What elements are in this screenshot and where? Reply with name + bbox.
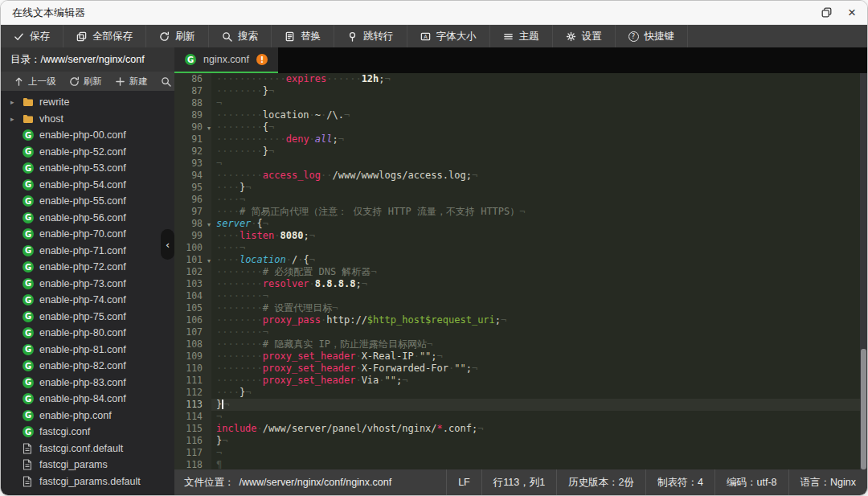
tree-file-enable-php-84.conf[interactable]: Genable-php-84.conf <box>1 391 174 408</box>
tree-file-enable-php-72.conf[interactable]: Genable-php-72.conf <box>1 259 174 276</box>
toolbar-button-save-all[interactable]: 全部保存 <box>63 25 146 47</box>
tree-file-enable-php-70.conf[interactable]: Genable-php-70.conf <box>1 226 174 243</box>
toolbar-button-refresh[interactable]: 刷新 <box>146 25 209 47</box>
sidebar-collapse-handle[interactable]: ‹ <box>161 229 174 260</box>
code-line-108[interactable]: 108········# 隐藏真实 IP，防止泄露给目标网站¬ <box>174 338 867 350</box>
tree-file-enable-php-54.conf[interactable]: Genable-php-54.conf <box>1 177 174 194</box>
tree-file-fastcgi.conf[interactable]: Gfastcgi.conf <box>1 424 174 441</box>
editor-scrollbar[interactable] <box>860 73 867 469</box>
nginx-file-icon: G <box>23 377 34 388</box>
toolbar-button-theme[interactable]: 主题 <box>490 25 553 47</box>
status-item-4[interactable]: 编码：utf-8 <box>714 469 788 495</box>
tree-folder-vhost[interactable]: ▸vhost <box>1 111 174 128</box>
status-item-1[interactable]: 行113，列1 <box>481 469 556 495</box>
tree-file-enable-php-83.conf[interactable]: Genable-php-83.conf <box>1 375 174 391</box>
toolbar-button-shortcuts[interactable]: ?快捷键 <box>616 25 689 47</box>
tree-file-enable-php-74.conf[interactable]: Genable-php-74.conf <box>1 292 174 309</box>
code-line-111[interactable]: 111········proxy_set_header·Via·"";¬ <box>174 375 867 387</box>
tree-file-enable-php-52.conf[interactable]: Genable-php-52.conf <box>1 144 174 161</box>
code-line-114[interactable]: 114¬ <box>174 411 867 423</box>
code-line-88[interactable]: 88¬ <box>174 97 867 109</box>
fold-arrow-icon[interactable]: ▾ <box>207 255 211 267</box>
fold-arrow-icon[interactable]: ▾ <box>207 219 211 231</box>
tree-file-enable-php-55.conf[interactable]: Genable-php-55.conf <box>1 193 174 210</box>
line-number: 102 <box>174 266 211 278</box>
title-bar: 在线文本编辑器 × <box>1 1 867 25</box>
code-line-100[interactable]: 100····¬ <box>174 242 867 254</box>
tree-file-enable-php-82.conf[interactable]: Genable-php-82.conf <box>1 358 174 375</box>
code-line-102[interactable]: 102········# 必须配置 DNS 解析器¬ <box>174 266 867 278</box>
line-number: 91 <box>174 133 211 146</box>
code-line-106[interactable]: 106········proxy_pass·http://$http_host$… <box>174 314 867 326</box>
code-line-93[interactable]: 93¬ <box>174 158 867 170</box>
tree-file-enable-php-81.conf[interactable]: Genable-php-81.conf <box>1 342 174 359</box>
tree-file-enable-php.conf[interactable]: Genable-php.conf <box>1 408 174 424</box>
code-line-115[interactable]: 115include·/www/server/panel/vhost/nginx… <box>174 423 867 435</box>
status-item-2[interactable]: 历史版本：2份 <box>556 469 645 495</box>
code-line-86[interactable]: 86············expires······12h;¬ <box>174 73 867 85</box>
sidebar-action-up[interactable]: 上一级 <box>7 76 63 88</box>
toolbar-button-font-size[interactable]: A字体大小 <box>407 25 490 47</box>
close-icon[interactable]: × <box>848 6 856 19</box>
scrollbar-thumb[interactable] <box>861 349 866 469</box>
sidebar-action-refresh[interactable]: 刷新 <box>63 76 108 88</box>
code-line-94[interactable]: 94········access_log··/www/wwwlogs/acces… <box>174 170 867 182</box>
tree-file-fastcgi_params.default[interactable]: fastcgi_params.default <box>1 473 174 490</box>
tree-file-enable-php-00.conf[interactable]: Genable-php-00.conf <box>1 127 174 144</box>
tree-file-enable-php-73.conf[interactable]: Genable-php-73.conf <box>1 276 174 293</box>
code-line-117[interactable]: 117¬ <box>174 447 867 459</box>
code-line-99[interactable]: 99····listen·8080;¬ <box>174 230 867 242</box>
code-line-91[interactable]: 91············deny·all;¬ <box>174 133 867 146</box>
code-line-98[interactable]: 98▾server·{¬ <box>174 218 867 230</box>
tree-file-enable-php-71.conf[interactable]: Genable-php-71.conf <box>1 243 174 260</box>
line-number: 110 <box>174 363 211 375</box>
toolbar-button-search[interactable]: 搜索 <box>209 25 272 47</box>
code-line-112[interactable]: 112····}¬ <box>174 387 867 399</box>
code-line-113[interactable]: 113}¬ <box>174 399 867 411</box>
line-number: 112 <box>174 387 211 399</box>
restore-icon[interactable] <box>821 7 832 18</box>
line-number: 98▾ <box>174 218 211 230</box>
code-line-116[interactable]: 116}¬ <box>174 435 867 447</box>
code-line-89[interactable]: 89········location·~·/\.¬ <box>174 109 867 121</box>
window-title: 在线文本编辑器 <box>12 6 85 20</box>
chevron-right-icon[interactable]: ▸ <box>10 98 17 106</box>
toolbar-button-goto-line[interactable]: 跳转行 <box>334 25 407 47</box>
line-number: 100 <box>174 242 211 254</box>
status-item-0[interactable]: LF <box>446 469 481 495</box>
toolbar-button-save[interactable]: 保存 <box>1 25 63 47</box>
code-line-90[interactable]: 90▾········{¬ <box>174 121 867 133</box>
toolbar-button-settings[interactable]: 设置 <box>553 25 616 47</box>
tree-file-fastcgi.conf.default[interactable]: fastcgi.conf.default <box>1 441 174 457</box>
line-number: 117 <box>174 447 211 459</box>
status-item-3[interactable]: 制表符：4 <box>645 469 714 495</box>
file-location-path: /www/server/nginx/conf/nginx.conf <box>240 477 392 488</box>
tree-file-enable-php-56.conf[interactable]: Genable-php-56.conf <box>1 210 174 227</box>
code-line-109[interactable]: 109········proxy_set_header·X-Real-IP·""… <box>174 350 867 363</box>
tab-nginx-conf[interactable]: G nginx.conf ! <box>174 47 278 73</box>
toolbar-button-replace[interactable]: 替换 <box>272 25 334 47</box>
code-line-118[interactable]: 118¶ <box>174 459 867 469</box>
code-editor[interactable]: 86············expires······12h;¬87······… <box>174 73 867 469</box>
code-line-97[interactable]: 97····# 简易正向代理（注意： 仅支持 HTTP 流量，不支持 HTTPS… <box>174 206 867 218</box>
code-line-101[interactable]: 101▾····location·/·{¬ <box>174 254 867 266</box>
tree-file-enable-php-75.conf[interactable]: Genable-php-75.conf <box>1 309 174 326</box>
code-line-107[interactable]: 107········¬ <box>174 326 867 338</box>
tree-file-fastcgi_params[interactable]: fastcgi_params <box>1 457 174 473</box>
sidebar-action-new[interactable]: 新建 <box>108 76 154 88</box>
code-line-92[interactable]: 92········}¬ <box>174 146 867 158</box>
tree-file-enable-php-80.conf[interactable]: Genable-php-80.conf <box>1 325 174 342</box>
code-line-105[interactable]: 105········# 设置代理目标¬ <box>174 302 867 314</box>
status-item-5[interactable]: 语言：Nginx <box>788 469 867 495</box>
code-line-95[interactable]: 95····}¬ <box>174 182 867 194</box>
chevron-right-icon[interactable]: ▸ <box>10 115 17 123</box>
tree-folder-rewrite[interactable]: ▸rewrite <box>1 94 174 111</box>
code-line-103[interactable]: 103········resolver·8.8.8.8;¬ <box>174 278 867 290</box>
code-line-104[interactable]: 104········¬ <box>174 290 867 302</box>
code-line-110[interactable]: 110········proxy_set_header·X-Forwarded-… <box>174 363 867 375</box>
tree-file-enable-php-53.conf[interactable]: Genable-php-53.conf <box>1 160 174 177</box>
fold-arrow-icon[interactable]: ▾ <box>207 122 211 134</box>
code-line-96[interactable]: 96····¬ <box>174 194 867 206</box>
code-line-87[interactable]: 87········}¬ <box>174 85 867 97</box>
status-bar: 文件位置： /www/server/nginx/conf/nginx.conf … <box>174 469 867 495</box>
